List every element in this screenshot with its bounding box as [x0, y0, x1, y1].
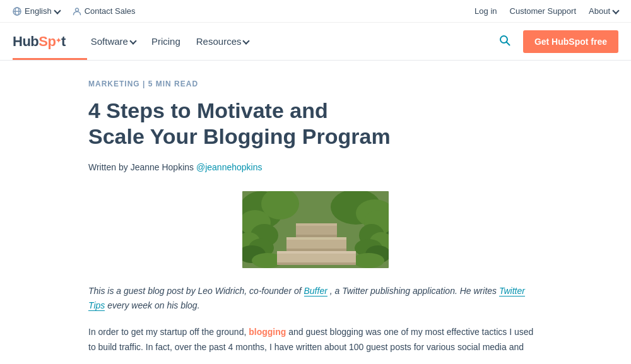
nav-software[interactable]: Software	[85, 23, 142, 61]
article-intro-text: This is a guest blog post by Leo Widrich…	[88, 286, 302, 296]
get-hubspot-button[interactable]: Get HubSpot free	[523, 30, 618, 53]
contact-sales[interactable]: Contact Sales	[73, 6, 136, 16]
written-by-label: Written by	[88, 162, 128, 172]
article-title-line2: Scale Your Blogging Program	[88, 124, 391, 148]
author-handle[interactable]: @jeannehopkins	[196, 162, 262, 172]
article-category: MARKETING	[88, 79, 140, 88]
person-icon	[73, 7, 81, 16]
article-meta: Written by Jeanne Hopkins @jeannehopkins	[88, 162, 543, 172]
search-button[interactable]	[499, 35, 510, 48]
article-body-start: In order to get my startup off the groun…	[88, 327, 246, 337]
article-intro: This is a guest blog post by Leo Widrich…	[88, 284, 543, 314]
svg-rect-32	[286, 249, 346, 251]
article-image	[242, 191, 389, 268]
about-dropdown[interactable]: About	[589, 6, 618, 16]
globe-icon	[13, 7, 21, 16]
nav-pricing[interactable]: Pricing	[145, 23, 187, 61]
about-chevron-icon	[612, 7, 619, 14]
about-label: About	[589, 6, 610, 16]
svg-rect-26	[277, 251, 356, 254]
article-intro-cont: , a Twitter publishing application. He w…	[330, 286, 497, 296]
article-body-paragraph: In order to get my startup off the groun…	[88, 325, 543, 355]
logo[interactable]: HubSp✦t	[13, 33, 66, 50]
article-tag: MARKETING | 5 MIN READ	[88, 79, 543, 88]
article-intro-end: every week on his blog.	[107, 300, 199, 310]
login-link[interactable]: Log in	[475, 6, 497, 16]
nav-left: HubSp✦t Software Pricing Resources	[13, 23, 255, 61]
nav-right: Get HubSpot free	[499, 30, 618, 53]
article-read-time: 5 MIN READ	[148, 79, 198, 88]
contact-sales-label: Contact Sales	[85, 6, 136, 16]
logo-underline	[13, 58, 87, 60]
svg-rect-31	[277, 262, 356, 265]
blogging-link[interactable]: blogging	[249, 327, 286, 337]
software-chevron-icon	[129, 37, 136, 44]
nav-items: Software Pricing Resources	[85, 23, 256, 61]
article-title: 4 Steps to Motivate and Scale Your Blogg…	[88, 98, 492, 150]
article-content: MARKETING | 5 MIN READ 4 Steps to Motiva…	[76, 61, 555, 364]
language-selector[interactable]: English	[13, 6, 60, 16]
customer-support-link[interactable]: Customer Support	[510, 6, 577, 16]
language-label: English	[25, 6, 52, 16]
resources-chevron-icon	[243, 37, 250, 44]
search-icon	[499, 35, 510, 46]
logo-text: HubSp✦t	[13, 33, 66, 50]
svg-line-5	[506, 42, 509, 45]
article-title-line1: 4 Steps to Motivate and	[88, 98, 328, 122]
article-image-container	[88, 191, 543, 268]
tag-separator: |	[143, 79, 148, 88]
svg-rect-28	[286, 237, 346, 240]
nav-resources[interactable]: Resources	[190, 23, 256, 61]
svg-point-3	[75, 8, 78, 11]
author-name: Jeanne Hopkins	[131, 162, 194, 172]
svg-rect-33	[296, 235, 337, 237]
top-bar-right: Log in Customer Support About	[475, 6, 618, 16]
top-bar: English Contact Sales Log in Customer Su…	[0, 0, 631, 23]
nav-pricing-label: Pricing	[151, 36, 180, 47]
nav-resources-label: Resources	[196, 36, 242, 47]
nav-software-label: Software	[91, 36, 128, 47]
svg-rect-30	[296, 223, 337, 226]
language-chevron-icon	[54, 7, 61, 14]
svg-point-24	[353, 253, 384, 268]
buffer-link[interactable]: Buffer	[304, 286, 327, 296]
main-nav: HubSp✦t Software Pricing Resources Get H…	[0, 23, 631, 61]
top-bar-left: English Contact Sales	[13, 6, 136, 16]
